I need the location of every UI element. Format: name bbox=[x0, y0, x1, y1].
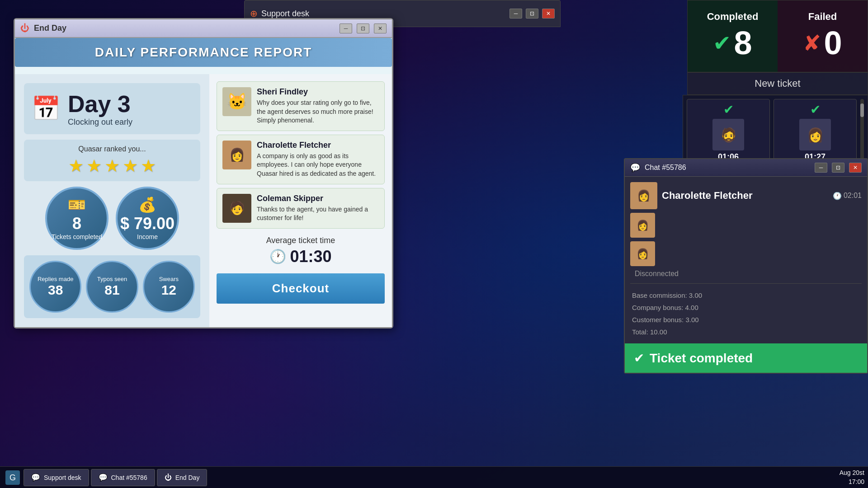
taskbar-clock: Aug 20st 17:00 bbox=[840, 469, 864, 486]
end-day-title: End Day bbox=[34, 23, 335, 33]
star-3: ★ bbox=[104, 156, 120, 176]
swears-circle: Swears 12 bbox=[143, 261, 195, 313]
bottom-stats: Replies made 38 Typos seen 81 Swears 12 bbox=[24, 255, 200, 318]
reviewer-1-text: Why does your star rating only go to fiv… bbox=[257, 99, 379, 125]
taskbar: G 💬 Support desk 💬 Chat #55786 ⏻ End Day… bbox=[0, 466, 868, 488]
chat-maximize[interactable]: ⊡ bbox=[832, 163, 844, 173]
end-day-titlebar: ⏻ End Day ─ ⊡ ✕ bbox=[15, 19, 392, 38]
taskbar-end-day[interactable]: ⏻ End Day bbox=[157, 469, 208, 486]
completed-icon-num: ✔ 8 bbox=[713, 24, 752, 61]
star-4: ★ bbox=[123, 156, 138, 176]
income-value: $ 79.00 bbox=[120, 214, 175, 233]
taskbar-power-icon: ⏻ bbox=[165, 474, 172, 482]
end-day-maximize[interactable]: ⊡ bbox=[357, 23, 369, 33]
support-desk-title: Support desk bbox=[261, 9, 506, 19]
taskbar-support-icon: 💬 bbox=[31, 473, 40, 482]
chat-window: 💬 Chat #55786 ─ ⊡ ✕ 👩 Charolette Fletche… bbox=[624, 158, 868, 374]
completed-check-icon: ✔ bbox=[634, 351, 644, 366]
typos-value: 81 bbox=[104, 282, 119, 298]
tickets-icon: 🎫 bbox=[68, 196, 86, 213]
day-section: 📅 Day 3 Clocking out early bbox=[24, 83, 200, 134]
calendar-icon: 📅 bbox=[31, 95, 61, 122]
income-icon: 💰 bbox=[138, 196, 156, 213]
star-5: ★ bbox=[141, 156, 156, 176]
replies-label: Replies made bbox=[38, 276, 74, 283]
chat-avatar-small: 👩 bbox=[630, 213, 655, 238]
end-day-minimize[interactable]: ─ bbox=[340, 23, 352, 33]
taskbar-support-desk[interactable]: 💬 Support desk bbox=[24, 469, 89, 486]
avg-time-value: 01:30 bbox=[290, 247, 331, 266]
reviewer-3-text: Thanks to the agent, you have gained a c… bbox=[257, 205, 379, 223]
taskbar-support-label: Support desk bbox=[44, 474, 81, 481]
ticket-2-check-icon: ✔ bbox=[810, 102, 821, 117]
report-left-panel: 📅 Day 3 Clocking out early Quasar ranked… bbox=[15, 74, 209, 327]
report-title: DAILY PERFORMANCE REPORT bbox=[22, 45, 385, 60]
completed-label: Completed bbox=[707, 11, 759, 23]
reviewer-1-avatar: 🐱 bbox=[222, 87, 251, 116]
failed-label: Failed bbox=[808, 11, 837, 23]
ticket-scrollbar-thumb bbox=[860, 103, 864, 117]
tickets-label: Tickets completed bbox=[52, 233, 102, 240]
clock-icon: 🕐 bbox=[269, 249, 286, 264]
reviewer-1-name: Sheri Findley bbox=[257, 87, 379, 97]
tickets-num: 8 bbox=[72, 214, 81, 233]
minimize-button[interactable]: ─ bbox=[509, 9, 522, 19]
review-3-content: Coleman Skipper Thanks to the agent, you… bbox=[257, 194, 379, 223]
review-1-content: Sheri Findley Why does your star rating … bbox=[257, 87, 379, 125]
power-icon: ⏻ bbox=[20, 23, 29, 33]
stars-container: ★ ★ ★ ★ ★ bbox=[29, 156, 195, 176]
report-header: DAILY PERFORMANCE REPORT bbox=[15, 38, 392, 67]
report-right-panel: 🐱 Sheri Findley Why does your star ratin… bbox=[209, 74, 392, 327]
svg-text:G: G bbox=[9, 473, 16, 482]
chat-close[interactable]: ✕ bbox=[849, 163, 862, 173]
star-2: ★ bbox=[86, 156, 102, 176]
reviewer-2-text: A company is only as good as its employe… bbox=[257, 152, 379, 178]
typos-label: Typos seen bbox=[97, 276, 127, 283]
new-ticket-button[interactable]: New ticket bbox=[755, 78, 800, 89]
end-day-close[interactable]: ✕ bbox=[374, 23, 387, 33]
taskbar-end-day-label: End Day bbox=[175, 474, 200, 481]
chat-commission-info: Base commission: 3.00 Company bonus: 4.0… bbox=[630, 289, 862, 338]
chat-user-avatar: 👩 bbox=[630, 182, 657, 209]
review-card-3: 🧑 Coleman Skipper Thanks to the agent, y… bbox=[217, 188, 385, 229]
ticket-1-avatar: 🧔 bbox=[712, 119, 744, 150]
completed-stat: Completed ✔ 8 bbox=[688, 0, 778, 72]
support-desk-icon: ⊕ bbox=[250, 8, 258, 19]
ticket-completed-bar: ✔ Ticket completed bbox=[625, 343, 867, 373]
end-day-window: ⏻ End Day ─ ⊡ ✕ DAILY PERFORMANCE REPORT… bbox=[14, 18, 393, 328]
new-ticket-bar[interactable]: New ticket bbox=[687, 72, 868, 95]
reviewer-3-name: Coleman Skipper bbox=[257, 194, 379, 203]
failed-stat: Failed ✘ 0 bbox=[778, 0, 868, 72]
chat-time: 🕐 02:01 bbox=[833, 192, 862, 200]
report-content: 📅 Day 3 Clocking out early Quasar ranked… bbox=[15, 74, 392, 327]
chat-icon: 💬 bbox=[630, 163, 640, 173]
reviewer-2-name: Charolette Fletcher bbox=[257, 141, 379, 150]
day-number: Day 3 bbox=[68, 90, 132, 117]
chat-user-header: 👩 Charolette Fletcher 🕐 02:01 bbox=[630, 182, 862, 209]
taskbar-logo[interactable]: G bbox=[4, 469, 22, 487]
avg-ticket-time: 🕐 01:30 bbox=[220, 247, 381, 266]
close-button[interactable]: ✕ bbox=[542, 9, 555, 19]
taskbar-date: Aug 20st bbox=[840, 469, 864, 478]
checkout-button[interactable]: Checkout bbox=[217, 273, 385, 304]
taskbar-chat[interactable]: 💬 Chat #55786 bbox=[91, 469, 155, 486]
failed-x-icon: ✘ bbox=[803, 30, 821, 56]
chat-user-info: Charolette Fletcher bbox=[662, 190, 753, 202]
failed-value: 0 bbox=[824, 24, 842, 61]
ticket-2-avatar: 👩 bbox=[799, 119, 831, 150]
rating-section: Quasar ranked you... ★ ★ ★ ★ ★ bbox=[24, 140, 200, 181]
customer-bonus: Customer bonus: 3.00 bbox=[632, 314, 862, 326]
swears-value: 12 bbox=[161, 282, 176, 298]
chat-disconnected-status: Disconnected bbox=[630, 270, 862, 278]
stats-bar: Completed ✔ 8 Failed ✘ 0 bbox=[687, 0, 868, 72]
time-clock-icon: 🕐 bbox=[833, 192, 842, 200]
completed-checkmark-icon: ✔ bbox=[713, 30, 731, 56]
swears-label: Swears bbox=[159, 276, 179, 283]
chat-content: 👩 Charolette Fletcher 🕐 02:01 👩 👩 Discon… bbox=[625, 177, 867, 343]
avg-ticket-section: Average ticket time 🕐 01:30 bbox=[217, 232, 385, 270]
maximize-button[interactable]: ⊡ bbox=[526, 9, 538, 19]
chat-titlebar: 💬 Chat #55786 ─ ⊡ ✕ bbox=[625, 159, 867, 177]
ticket-1-check-icon: ✔ bbox=[723, 102, 734, 117]
chat-minimize[interactable]: ─ bbox=[815, 163, 827, 173]
avg-ticket-label: Average ticket time bbox=[220, 236, 381, 245]
